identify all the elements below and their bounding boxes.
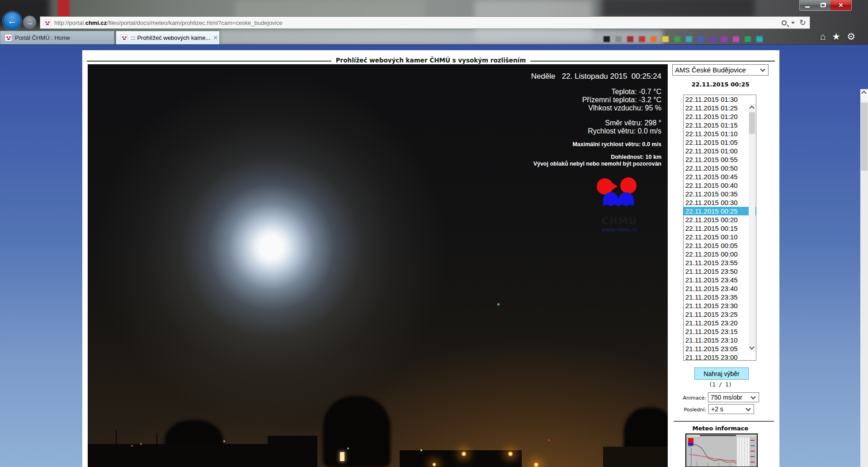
timestamp-option[interactable]: 22.11.2015 00:50 [684, 164, 756, 172]
animation-select[interactable]: 750 ms/obr [708, 392, 759, 402]
page-scrollbar[interactable] [860, 89, 868, 467]
close-icon: ✕ [839, 2, 844, 9]
meteo-info-header: Meteo informace [672, 425, 769, 432]
minimize-button[interactable] [800, 0, 815, 10]
tab-favicon [121, 34, 127, 41]
webcam-image: Neděle 22. Listopadu 2015 00:25:24 Teplo… [88, 64, 668, 467]
chmu-logo: ČHMÚ www.chmi.cz [594, 177, 645, 237]
search-dropdown-caret-icon[interactable] [791, 22, 795, 24]
overlay-wind-direction: Směr větru: 298 ° [390, 119, 661, 127]
timestamp-option[interactable]: 21.11.2015 23:10 [684, 336, 756, 344]
meteogram-thumbnail[interactable] [685, 434, 758, 467]
last-select[interactable]: +2 s [708, 404, 754, 414]
green-light-dot [420, 449, 422, 451]
list-scrollbar[interactable] [749, 104, 755, 351]
overlay-datetime: Neděle 22. Listopadu 2015 00:25:24 [390, 72, 661, 81]
timestamp-option[interactable]: 21.11.2015 23:40 [684, 284, 756, 293]
timestamp-option[interactable]: 22.11.2015 00:25 [684, 207, 756, 215]
browser-window: ✕ ← → http://portal.chmi.cz/files/portal… [0, 0, 868, 467]
overlay-wind-speed: Rychlost větru: 0.0 m/s [390, 127, 661, 135]
building-silhouette [400, 450, 522, 467]
page-scrollbar-thumb[interactable] [861, 103, 868, 171]
maximize-button[interactable] [815, 0, 830, 10]
overlay-wind-max: Maximální rychlost větru: 0.0 m/s [390, 141, 661, 148]
timestamp-option[interactable]: 22.11.2015 00:20 [684, 215, 756, 224]
timestamp-option[interactable]: 21.11.2015 23:55 [684, 258, 756, 267]
forward-button[interactable]: → [23, 15, 37, 29]
address-bar-row: ← → http://portal.chmi.cz/files/portal/d… [0, 15, 868, 30]
timestamp-option[interactable]: 22.11.2015 01:30 [684, 95, 756, 104]
timestamp-option[interactable]: 22.11.2015 00:40 [684, 181, 756, 190]
last-select-value: +2 s [709, 405, 746, 413]
camera-select-value: AMS České Budějovice [673, 66, 761, 74]
tab-portal-chmu-home[interactable]: Portál ČHMÚ : Home [0, 31, 114, 44]
tab-favicon [5, 34, 12, 41]
timestamp-option[interactable]: 21.11.2015 23:20 [684, 319, 756, 327]
current-timestamp-label: 22.11.2015 00:25 [672, 81, 769, 88]
desktop-square [698, 36, 704, 42]
building-silhouette [88, 444, 269, 467]
timestamp-option[interactable]: 22.11.2015 01:25 [684, 104, 756, 112]
sidebar-divider [674, 421, 774, 422]
maximize-icon [821, 3, 826, 7]
timestamp-option[interactable]: 21.11.2015 23:25 [684, 310, 756, 319]
desktop-square [745, 36, 751, 42]
tree-silhouette [323, 396, 391, 467]
desktop-square [615, 36, 622, 42]
timestamp-option[interactable]: 22.11.2015 00:15 [684, 224, 756, 233]
tab-prohlizec-active[interactable]: ::: Prohlížeč webových kame... ✕ [116, 31, 220, 44]
list-scrollbar-thumb[interactable] [749, 112, 755, 134]
page-title: Prohlížeč webových kamer ČHMÚ s vysokým … [82, 56, 779, 64]
building-silhouette [268, 436, 317, 467]
timestamp-option[interactable]: 21.11.2015 23:05 [684, 344, 756, 353]
timestamp-option[interactable]: 22.11.2015 01:05 [684, 138, 756, 147]
site-favicon [44, 19, 51, 26]
back-button[interactable]: ← [3, 11, 22, 30]
tab-title: Portál ČHMÚ : Home [15, 34, 70, 41]
timestamp-option[interactable]: 22.11.2015 01:20 [684, 112, 756, 121]
page-counter: (1 / 1) [672, 381, 769, 388]
timestamp-option[interactable]: 21.11.2015 23:35 [684, 293, 756, 301]
chmu-logo-graphic [594, 177, 645, 213]
timestamp-option[interactable]: 21.11.2015 23:00 [684, 353, 756, 361]
timestamp-option[interactable]: 21.11.2015 23:15 [684, 327, 756, 336]
red-light-dot [548, 439, 550, 441]
street-lamp-light [461, 451, 467, 457]
forward-icon: → [26, 19, 33, 27]
page-background: Prohlížeč webových kamer ČHMÚ s vysokým … [0, 44, 868, 467]
timestamp-option[interactable]: 22.11.2015 00:35 [684, 190, 756, 198]
address-bar-icons: ↻ [782, 19, 810, 27]
street-lamp-light [432, 462, 436, 467]
scrollbar-up-button[interactable] [860, 89, 868, 101]
desktop-square [721, 36, 727, 42]
load-selection-button[interactable]: Nahraj výběr [694, 367, 749, 380]
meteogram-graphic [686, 434, 757, 467]
camera-select[interactable]: AMS České Budějovice [672, 64, 769, 76]
timestamp-option[interactable]: 22.11.2015 00:00 [684, 250, 756, 258]
timestamp-list[interactable]: 22.11.2015 01:3022.11.2015 01:2522.11.20… [683, 95, 756, 361]
desktop-square [604, 36, 610, 42]
desktop-square [639, 36, 645, 42]
timestamp-option[interactable]: 22.11.2015 00:30 [684, 198, 756, 207]
tab-close-icon[interactable]: ✕ [210, 34, 218, 41]
refresh-icon[interactable]: ↻ [799, 19, 806, 27]
url-text[interactable]: http://portal.chmi.cz/files/portal/docs/… [54, 19, 782, 26]
timestamp-option[interactable]: 22.11.2015 00:10 [684, 233, 756, 241]
close-button[interactable]: ✕ [830, 0, 851, 10]
timestamp-option[interactable]: 22.11.2015 01:00 [684, 147, 756, 155]
url-prefix: http://portal. [54, 19, 85, 26]
desktop-square [627, 36, 633, 42]
timestamp-items: 22.11.2015 01:3022.11.2015 01:2522.11.20… [684, 95, 756, 361]
address-input[interactable]: http://portal.chmi.cz/files/portal/docs/… [40, 16, 810, 29]
tab-title: ::: Prohlížeč webových kame... [131, 34, 210, 41]
timestamp-option[interactable]: 21.11.2015 23:45 [684, 276, 756, 284]
timestamp-option[interactable]: 21.11.2015 23:50 [684, 267, 756, 276]
timestamp-option[interactable]: 22.11.2015 00:05 [684, 241, 756, 250]
timestamp-option[interactable]: 22.11.2015 01:10 [684, 129, 756, 138]
chevron-down-icon [760, 67, 765, 71]
timestamp-option[interactable]: 22.11.2015 01:15 [684, 121, 756, 129]
timestamp-option[interactable]: 22.11.2015 00:45 [684, 172, 756, 181]
timestamp-option[interactable]: 22.11.2015 00:55 [684, 155, 756, 164]
timestamp-option[interactable]: 21.11.2015 23:30 [684, 301, 756, 310]
search-icon[interactable] [782, 20, 787, 25]
